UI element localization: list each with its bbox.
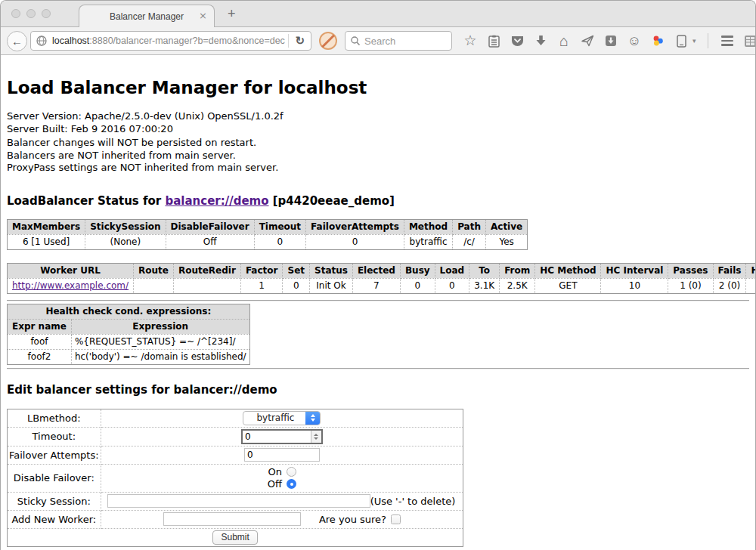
- server-notices: Balancer changes will NOT be persisted o…: [7, 137, 749, 175]
- minimize-window-button[interactable]: [26, 9, 36, 18]
- cell-factor: 1: [240, 278, 283, 293]
- status-heading-suffix: [p4420eeae_demo]: [269, 194, 395, 208]
- reading-list-icon[interactable]: [486, 32, 501, 49]
- form-row-add-worker: Add New Worker: Are you sure?: [8, 510, 463, 528]
- toolbar-separator: [708, 33, 708, 48]
- cell-hc-interval: 10: [601, 278, 668, 293]
- balancer-status-table: MaxMembers StickySession DisableFailover…: [7, 219, 528, 250]
- cell-timeout: 0: [254, 234, 305, 249]
- worker-url-link[interactable]: http://www.example.com/: [12, 280, 129, 291]
- failover-attempts-input[interactable]: [244, 448, 320, 462]
- save-to-device-icon[interactable]: [603, 32, 618, 49]
- home-icon[interactable]: ⌂: [556, 32, 572, 49]
- tab-close-icon[interactable]: ×: [199, 11, 207, 21]
- sticky-session-label: Sticky Session:: [8, 492, 101, 510]
- url-text[interactable]: localhost:8880/balancer-manager?b=demo&n…: [52, 36, 285, 46]
- divider: [7, 300, 749, 301]
- timeout-input[interactable]: [243, 431, 311, 443]
- cell-elected: 7: [352, 278, 400, 293]
- column-header: Expression: [71, 319, 249, 334]
- radio-off-button[interactable]: [287, 479, 296, 489]
- table-row: foof %{REQUEST_STATUS} =~ /^[234]/: [8, 334, 250, 349]
- timeout-value-cell: [101, 427, 463, 446]
- sticky-session-input[interactable]: [107, 494, 370, 508]
- cell-failoverattempts: 0: [306, 234, 404, 249]
- back-icon: ←: [11, 35, 23, 48]
- cell-active: Yes: [485, 234, 527, 249]
- cell-worker-url: http://www.example.com/: [8, 278, 134, 293]
- column-header: Route: [134, 263, 174, 278]
- table-header-row: Worker URL Route RouteRedir Factor Set S…: [8, 263, 756, 278]
- add-worker-input[interactable]: [163, 512, 301, 526]
- cell-fails: 2 (0): [713, 278, 746, 293]
- search-bar[interactable]: [345, 31, 452, 51]
- bookmark-star-icon[interactable]: ☆: [463, 32, 478, 49]
- table-row: 6 [1 Used] (None) Off 0 0 bytraffic /c/ …: [8, 234, 528, 249]
- cell-load: 0: [435, 278, 469, 293]
- table-row: foof2 hc('body') =~ /domain is establish…: [8, 349, 250, 364]
- failover-attempts-label: Failover Attempts:: [8, 446, 101, 464]
- radio-on-button[interactable]: [287, 467, 296, 477]
- column-header: Passes: [668, 263, 713, 278]
- column-header: Active: [485, 219, 527, 234]
- disable-failover-label: Disable Failover:: [8, 464, 101, 492]
- newsfeed-grid-icon[interactable]: [743, 32, 756, 49]
- column-header: Busy: [400, 263, 435, 278]
- cell-expr-name: foof2: [8, 349, 72, 364]
- column-header: DisableFailover: [166, 219, 254, 234]
- cell-expression: hc('body') =~ /domain is established/: [71, 349, 249, 364]
- radio-option-on[interactable]: On: [268, 466, 296, 478]
- zoom-window-button[interactable]: [42, 9, 51, 18]
- lbmethod-label: LBmethod:: [8, 409, 101, 427]
- search-input[interactable]: [364, 36, 447, 47]
- radio-on-label: On: [268, 466, 282, 477]
- edit-balancer-form: LBmethod: bytraffic Timeout:: [7, 409, 463, 547]
- cell-expr-name: foof: [8, 334, 72, 349]
- form-row-lbmethod: LBmethod: bytraffic: [8, 409, 463, 427]
- back-button[interactable]: ←: [7, 31, 27, 51]
- table-caption-row: Health check cond. expressions:: [8, 304, 250, 319]
- form-row-timeout: Timeout:: [8, 427, 463, 446]
- notice-line: Balancer changes will NOT be persisted o…: [7, 137, 749, 150]
- submit-button[interactable]: Submit: [212, 530, 257, 545]
- cell-hc-uri: [746, 278, 755, 293]
- reload-icon[interactable]: ↻: [292, 34, 308, 48]
- submit-cell: Submit: [8, 528, 463, 546]
- content-blocker-icon[interactable]: [319, 32, 337, 50]
- site-identity-globe-icon[interactable]: [34, 32, 49, 49]
- menu-icon[interactable]: [720, 32, 735, 49]
- disable-failover-radio-group: On Off: [268, 466, 296, 490]
- cell-maxmembers: 6 [1 Used]: [8, 234, 85, 249]
- tab-bar: Balancer Manager × +: [1, 1, 755, 27]
- navigation-toolbar: ← localhost:8880/balancer-manager?b=demo…: [1, 27, 755, 55]
- column-header: Worker URL: [8, 263, 134, 278]
- balancer-demo-link[interactable]: balancer://demo: [165, 194, 268, 208]
- column-header: Method: [404, 219, 452, 234]
- server-built-line: Server Built: Feb 9 2016 07:00:20: [7, 123, 749, 136]
- url-host: localhost: [52, 36, 89, 46]
- cell-stickysession: (None): [85, 234, 166, 249]
- colorful-extension-icon[interactable]: [650, 32, 665, 49]
- send-icon[interactable]: [580, 32, 595, 49]
- chevron-down-icon[interactable]: ▾: [692, 37, 696, 45]
- column-header: StickySession: [85, 219, 166, 234]
- are-you-sure-checkbox[interactable]: [391, 514, 401, 524]
- cell-disablefailover: Off: [166, 234, 254, 249]
- lbmethod-select[interactable]: bytraffic: [243, 411, 321, 425]
- device-sync-icon[interactable]: [674, 32, 689, 49]
- number-spinner-icon[interactable]: [311, 431, 321, 443]
- tab-balancer-manager[interactable]: Balancer Manager ×: [79, 5, 215, 28]
- radio-off-label: Off: [268, 478, 282, 490]
- cell-passes: 1 (0): [668, 278, 713, 293]
- add-worker-label: Add New Worker:: [8, 510, 101, 528]
- radio-option-off[interactable]: Off: [268, 478, 296, 490]
- lbmethod-selected-value: bytraffic: [243, 412, 305, 425]
- downloads-icon[interactable]: [533, 32, 548, 49]
- pocket-icon[interactable]: [510, 32, 525, 49]
- close-window-button[interactable]: [11, 9, 20, 18]
- feedback-smiley-icon[interactable]: ☺: [627, 32, 642, 49]
- new-tab-button[interactable]: +: [228, 6, 236, 22]
- cell-set: 0: [283, 278, 310, 293]
- cell-to: 3.1K: [469, 278, 500, 293]
- url-bar[interactable]: localhost:8880/balancer-manager?b=demo&n…: [30, 31, 311, 51]
